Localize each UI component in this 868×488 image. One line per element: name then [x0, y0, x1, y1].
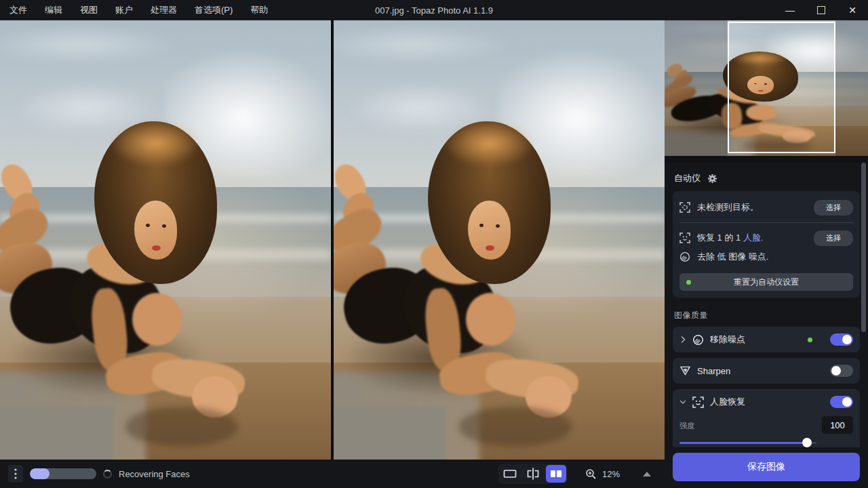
slider-fill: [679, 442, 807, 444]
menu-edit[interactable]: 编辑: [45, 4, 62, 16]
denoise-toggle[interactable]: [830, 333, 853, 346]
chevron-down-icon[interactable]: [679, 399, 686, 405]
panel-sharpen: Sharpen: [673, 358, 860, 384]
navigator-shade-right: [835, 20, 868, 156]
navigator-viewport-rect[interactable]: [728, 22, 835, 153]
view-single-button[interactable]: [500, 465, 520, 483]
face-recovery-icon: [692, 396, 704, 408]
minimize-icon: —: [785, 5, 795, 16]
more-options-button[interactable]: [8, 465, 23, 483]
beach-photo: [0, 20, 331, 460]
photo-after[interactable]: [334, 20, 665, 460]
face-detect-icon: [679, 232, 690, 243]
menu-help[interactable]: 帮助: [250, 4, 268, 16]
view-split-button[interactable]: [523, 465, 543, 483]
sharpen-toggle[interactable]: [830, 365, 853, 377]
reset-autopilot-button[interactable]: 重置为自动仪设置: [679, 273, 853, 291]
face-recovery-body: 强度 100 1人脸选择 选择: [673, 415, 860, 447]
autopilot-row-face: 恢复 1 的 1 人脸. 选择: [679, 228, 853, 247]
face-count-accent: 人脸.: [743, 232, 764, 243]
menu-file[interactable]: 文件: [9, 4, 27, 16]
close-button[interactable]: ✕: [837, 0, 868, 20]
sidebar-scroll-area: 自动仪: [665, 163, 868, 447]
image-canvas: [0, 20, 665, 460]
autopilot-card: 未检测到目标。 选择 恢复 1 的 1 人脸. 选择: [673, 191, 860, 298]
strength-value-box[interactable]: 100: [822, 416, 853, 434]
panel-denoise: 移除噪点: [673, 327, 860, 352]
processing-status: Recovering Faces: [119, 469, 190, 479]
view-mode-switcher: [498, 464, 568, 484]
panel-face-recovery-header[interactable]: 人脸恢复: [673, 389, 860, 415]
autopilot-row-subject: 未检测到目标。 选择: [679, 198, 853, 217]
autopilot-header: 自动仪: [674, 172, 859, 184]
autopilot-row-noise: 去除 低 图像 噪点.: [679, 247, 853, 266]
navigator-gap: [665, 156, 868, 163]
gear-icon[interactable]: [707, 174, 717, 184]
status-green-dot: [686, 280, 691, 285]
save-image-button[interactable]: 保存图像: [673, 453, 860, 481]
panel-sharpen-header[interactable]: Sharpen: [673, 358, 860, 384]
panel-face-recovery-label: 人脸恢复: [710, 396, 824, 408]
navigator-thumbnail[interactable]: [665, 20, 868, 156]
face-recovery-toggle[interactable]: [830, 396, 853, 408]
slider-thumb[interactable]: [802, 438, 812, 447]
save-area: 保存图像: [665, 447, 868, 488]
zoom-dropdown-caret-icon[interactable]: [643, 472, 651, 476]
progress-bar: [30, 468, 96, 479]
menu-processor[interactable]: 处理器: [151, 4, 177, 16]
status-bar: Recovering Faces: [0, 460, 665, 488]
menubar: 文件 编辑 视图 账户 处理器 首选项(P) 帮助: [0, 4, 268, 16]
progress-fill: [30, 468, 50, 479]
face-select-button[interactable]: 选择: [814, 230, 853, 246]
menu-view[interactable]: 视图: [80, 4, 98, 16]
chevron-right-icon[interactable]: [679, 336, 686, 344]
panel-sharpen-label: Sharpen: [697, 366, 824, 376]
panel-face-recovery: 人脸恢复 强度 100 1人脸选择 选择: [673, 389, 860, 447]
maximize-icon: [817, 6, 825, 14]
menu-account[interactable]: 账户: [115, 4, 133, 16]
window-controls: — ✕: [774, 0, 868, 20]
subject-detect-icon: [679, 202, 690, 213]
autopilot-title: 自动仪: [674, 172, 701, 184]
minimize-button[interactable]: —: [774, 0, 806, 20]
section-image-quality: 图像质量: [674, 310, 859, 321]
denoise-icon: [679, 251, 690, 262]
single-view-icon: [503, 469, 517, 479]
denoise-auto-dot: [808, 338, 812, 342]
zoom-control[interactable]: 12%: [585, 468, 651, 480]
side-by-side-view-icon: [550, 470, 562, 478]
spinner-icon: [103, 470, 112, 479]
denoise-icon: [692, 334, 704, 346]
strength-slider[interactable]: [679, 438, 816, 447]
zoom-in-icon: [585, 468, 597, 480]
panel-denoise-header[interactable]: 移除噪点: [673, 327, 860, 352]
sidebar-scrollbar[interactable]: [861, 163, 866, 332]
autopilot-divider: [679, 222, 853, 223]
autopilot-face-text: 恢复 1 的 1 人脸.: [697, 232, 807, 244]
navigator-shade-left: [665, 20, 728, 156]
right-sidebar: 自动仪: [665, 20, 868, 488]
zoom-level[interactable]: 12%: [602, 469, 620, 479]
sharpen-icon: [679, 365, 691, 376]
panel-denoise-label: 移除噪点: [710, 333, 802, 346]
split-view-icon: [526, 468, 540, 480]
maximize-button[interactable]: [806, 0, 837, 20]
titlebar: 007.jpg - Topaz Photo AI 1.1.9 文件 编辑 视图 …: [0, 0, 868, 20]
close-icon: ✕: [848, 5, 856, 16]
strength-label: 强度: [679, 421, 694, 431]
autopilot-subject-text: 未检测到目标。: [697, 201, 807, 214]
autopilot-noise-text: 去除 低 图像 噪点.: [697, 251, 853, 263]
beach-photo: [334, 20, 665, 460]
photo-before[interactable]: [0, 20, 331, 460]
subject-select-button[interactable]: 选择: [814, 200, 853, 216]
menu-preferences[interactable]: 首选项(P): [195, 4, 233, 16]
view-side-by-side-button[interactable]: [546, 465, 566, 483]
vertical-dots-icon: [14, 468, 17, 479]
